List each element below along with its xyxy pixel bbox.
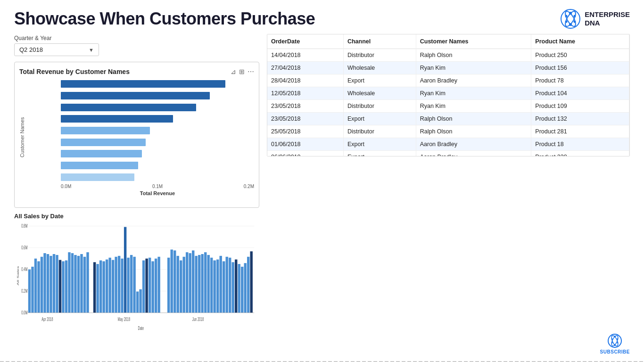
svg-rect-84 (235, 260, 237, 313)
bar-row: Aaron Bradley (61, 102, 254, 113)
filter-label: Quarter & Year (14, 35, 259, 41)
svg-rect-73 (201, 254, 204, 313)
svg-text:Jun 2018: Jun 2018 (192, 316, 204, 322)
quarter-year-dropdown[interactable]: Q2 2018 ▼ (14, 43, 99, 56)
table-cell: Product 281 (531, 125, 629, 138)
table-row: 01/06/2018ExportAaron BradleyProduct 18 (267, 138, 629, 151)
table-cell: Export (343, 138, 416, 151)
table-cell: 23/05/2018 (267, 100, 343, 113)
svg-rect-29 (56, 255, 58, 313)
svg-rect-74 (204, 252, 206, 313)
table-row: 23/05/2018DistributorRyan KimProduct 109 (267, 100, 629, 113)
subscribe-button[interactable]: SUBSCRIBE (600, 333, 630, 354)
table-cell: Product 156 (531, 62, 629, 74)
table-cell: Ryan Kim (416, 100, 531, 113)
bar-fill (61, 127, 150, 134)
table-cell: Distributor (343, 49, 416, 62)
col-order-date: OrderDate (267, 34, 343, 49)
table-row: 27/04/2018WholesaleRyan KimProduct 156 (267, 62, 629, 74)
svg-rect-39 (86, 252, 89, 313)
svg-rect-72 (198, 255, 200, 313)
x-axis-area: 0.0M0.1M0.2M Total Revenue (28, 183, 254, 196)
enterprise-dna-logo-icon (560, 8, 581, 29)
svg-rect-51 (127, 258, 129, 313)
svg-rect-79 (220, 256, 222, 313)
bar-row: Samuel Walker (61, 125, 254, 136)
col-channel: Channel (343, 34, 416, 49)
svg-rect-52 (130, 255, 132, 313)
left-panel: Quarter & Year Q2 2018 ▼ Total Revenue b… (14, 33, 259, 353)
svg-rect-48 (118, 256, 120, 313)
data-table-container[interactable]: OrderDate Channel Customer Names Product… (267, 34, 630, 156)
bar-track (61, 92, 254, 99)
table-cell: 25/05/2018 (267, 125, 343, 138)
bar-fill (61, 139, 146, 146)
svg-rect-53 (133, 257, 135, 313)
svg-rect-40 (93, 262, 96, 313)
svg-rect-45 (108, 258, 111, 313)
svg-rect-23 (37, 261, 40, 313)
y-axis-label: Customer Names (19, 78, 28, 196)
filter-icon[interactable]: ⊿ (231, 68, 236, 75)
bar-chart-container: Total Revenue by Customer Names ⊿ ⊞ ⋯ Cu… (14, 62, 259, 208)
bar-chart-inner: Customer Names Ryan KimRalph OlsonAaron … (19, 78, 254, 196)
bar-track (61, 139, 254, 146)
svg-rect-70 (192, 250, 194, 313)
table-cell: Aaron Bradley (416, 74, 531, 87)
table-cell: Product 250 (531, 49, 629, 62)
svg-rect-77 (214, 260, 216, 313)
svg-rect-43 (102, 261, 105, 313)
bar-row: James Larson (61, 137, 254, 148)
svg-rect-34 (71, 253, 74, 313)
bar-track (61, 162, 254, 169)
bar-fill (61, 92, 210, 99)
chart-icons: ⊿ ⊞ ⋯ (231, 68, 254, 75)
svg-rect-20 (28, 270, 31, 313)
bar-row: Earl Adams (61, 114, 254, 124)
sales-date-chart: 0.8M 0.6M 0.4M 0.2M 0.0M All Sales (14, 222, 259, 330)
table-cell: Product 109 (531, 100, 629, 113)
x-axis-ticks: 0.0M0.1M0.2M (61, 183, 254, 189)
table-row: 28/04/2018ExportAaron BradleyProduct 78 (267, 74, 629, 87)
more-options-icon[interactable]: ⋯ (248, 68, 254, 75)
bar-track (61, 104, 254, 111)
sales-chart-svg: 0.8M 0.6M 0.4M 0.2M 0.0M All Sales (14, 222, 259, 330)
svg-text:Apr 2018: Apr 2018 (41, 316, 53, 322)
svg-rect-25 (43, 253, 46, 313)
table-row: 14/04/2018DistributorRalph OlsonProduct … (267, 49, 629, 62)
bar-fill (61, 150, 142, 157)
x-tick: 0.2M (244, 184, 254, 189)
right-panel: OrderDate Channel Customer Names Product… (267, 33, 630, 353)
svg-point-101 (617, 342, 619, 344)
svg-rect-65 (177, 256, 179, 313)
table-row: 25/05/2018DistributorRalph OlsonProduct … (267, 125, 629, 138)
svg-point-5 (565, 15, 568, 17)
bottom-chart-title: All Sales by Date (14, 213, 259, 220)
table-row: 06/06/2018ExportAaron BradleyProduct 238 (267, 151, 629, 157)
table-cell: Distributor (343, 100, 416, 113)
svg-rect-28 (53, 254, 55, 313)
svg-rect-69 (189, 253, 191, 313)
svg-rect-61 (157, 257, 160, 313)
bar-fill (61, 162, 138, 169)
bar-chart-main: Ryan KimRalph OlsonAaron BradleyEarl Ada… (28, 78, 254, 196)
svg-text:Date: Date (138, 325, 144, 330)
svg-rect-44 (106, 260, 108, 313)
table-cell: 27/04/2018 (267, 62, 343, 74)
svg-text:All Sales: All Sales (16, 266, 19, 286)
svg-rect-58 (149, 258, 151, 313)
svg-rect-63 (171, 249, 173, 313)
svg-rect-26 (47, 254, 49, 313)
expand-icon[interactable]: ⊞ (239, 68, 245, 75)
dropdown-value: Q2 2018 (19, 46, 43, 53)
table-cell: 06/06/2018 (267, 151, 343, 157)
svg-rect-54 (136, 292, 139, 313)
svg-rect-38 (83, 257, 86, 313)
bar-fill (61, 115, 173, 123)
bar-row: Clarence Fox (61, 172, 254, 182)
svg-rect-32 (65, 260, 67, 313)
svg-rect-78 (216, 260, 219, 313)
table-cell: Product 104 (531, 87, 629, 100)
page-title: Showcase When Customers Purchase (14, 9, 315, 29)
svg-rect-46 (112, 260, 114, 313)
